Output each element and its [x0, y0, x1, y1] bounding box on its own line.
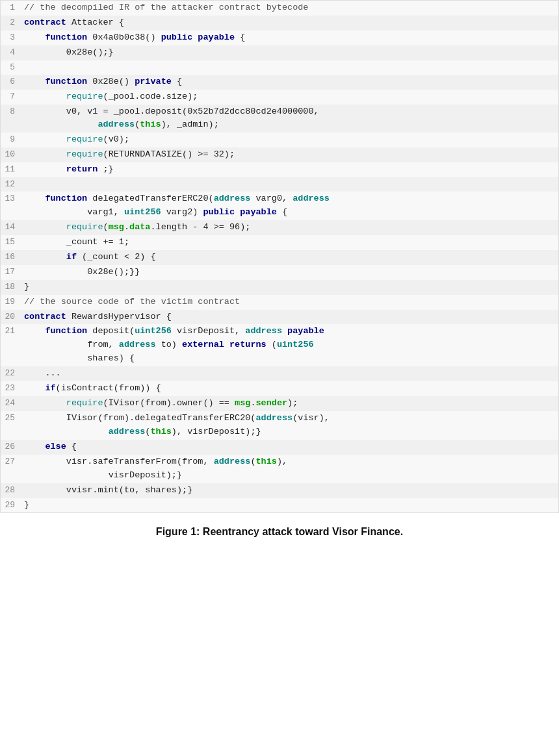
line-content: ...: [20, 366, 558, 381]
line-content: else {: [20, 440, 558, 455]
line-content: function delegatedTransferERC20(address …: [20, 192, 558, 220]
line-number: 2: [1, 16, 20, 29]
line-content: require(_pool.code.size);: [20, 90, 558, 105]
line-number: 8: [1, 105, 20, 118]
code-token: payable: [287, 326, 324, 336]
code-token: address: [292, 194, 330, 203]
line-number: 22: [1, 366, 20, 380]
line-number: 5: [1, 60, 20, 74]
code-token: public: [161, 32, 193, 42]
line-number: 12: [1, 177, 20, 191]
code-line: 10 require(RETURNDATASIZE() >= 32);: [1, 147, 558, 162]
line-content: 0x28e();}}: [20, 265, 558, 280]
code-line: 23 if(isContract(from)) {: [1, 381, 558, 396]
code-line: 9 require(v0);: [1, 132, 558, 147]
line-content: return ;}: [20, 162, 558, 177]
line-number: 19: [1, 295, 20, 309]
code-token: function: [45, 194, 87, 203]
line-content: if(isContract(from)) {: [20, 381, 558, 396]
code-token: address: [119, 340, 156, 349]
line-number: 18: [1, 280, 20, 294]
line-content: contract Attacker {: [20, 16, 558, 31]
line-number: 24: [1, 396, 20, 410]
code-token: uint256: [124, 207, 161, 217]
code-token: this: [255, 457, 276, 466]
code-token: uint256: [277, 340, 314, 349]
code-line: 21 function deposit(uint256 visrDeposit,…: [1, 324, 558, 366]
code-line: 27 visr.safeTransferFrom(from, address(t…: [1, 455, 558, 483]
code-token: this: [150, 427, 171, 436]
line-content: [20, 60, 558, 62]
code-token: // the decompiled IR of the attacker con…: [24, 3, 308, 12]
code-token: // the source code of the victim contrac…: [24, 297, 240, 307]
line-content: IVisor(from).delegatedTransferERC20(addr…: [20, 411, 558, 440]
code-token: data: [129, 222, 150, 232]
line-content: require(RETURNDATASIZE() >= 32);: [20, 147, 558, 162]
caption-text: Figure 1: Reentrancy attack toward Visor…: [156, 526, 403, 537]
code-line: 25 IVisor(from).delegatedTransferERC20(a…: [1, 411, 558, 440]
line-number: 29: [1, 498, 20, 512]
line-content: visr.safeTransferFrom(from, address(this…: [20, 455, 558, 483]
code-line: 24 require(IVisor(from).owner() == msg.s…: [1, 396, 558, 411]
line-content: function 0x28e() private {: [20, 75, 558, 90]
line-content: v0, v1 = _pool.deposit(0x52b7d2dcc80cd2e…: [20, 105, 558, 133]
code-token: address: [214, 457, 251, 466]
code-token: require: [66, 149, 103, 159]
line-number: 20: [1, 310, 20, 323]
line-content: 0x28e();}: [20, 45, 558, 60]
line-number: 21: [1, 324, 20, 338]
code-token: this: [140, 120, 161, 129]
line-number: 14: [1, 220, 20, 234]
code-line: 5: [1, 60, 558, 75]
code-line: 8 v0, v1 = _pool.deposit(0x52b7d2dcc80cd…: [1, 105, 558, 133]
code-line: 2contract Attacker {: [1, 16, 558, 31]
code-token: require: [66, 222, 103, 232]
code-token: contract: [24, 312, 66, 321]
line-content: if (_count < 2) {: [20, 250, 558, 265]
code-token: address: [98, 120, 135, 129]
code-token: function: [45, 77, 87, 86]
line-number: 27: [1, 455, 20, 468]
code-token: msg: [235, 398, 250, 408]
line-number: 17: [1, 265, 20, 279]
code-token: return: [66, 164, 98, 174]
code-line: 20contract RewardsHypervisor {: [1, 310, 558, 325]
line-content: }: [20, 280, 558, 295]
code-line: 15 _count += 1;: [1, 235, 558, 250]
code-line: 17 0x28e();}}: [1, 265, 558, 280]
line-content: function deposit(uint256 visrDeposit, ad…: [20, 324, 558, 366]
code-line: 4 0x28e();}: [1, 45, 558, 60]
line-content: require(msg.data.length - 4 >= 96);: [20, 220, 558, 235]
code-line: 6 function 0x28e() private {: [1, 75, 558, 90]
line-number: 4: [1, 45, 20, 59]
line-content: require(v0);: [20, 132, 558, 147]
line-content: function 0x4a0b0c38() public payable {: [20, 31, 558, 45]
code-token: address: [214, 194, 251, 203]
line-content: contract RewardsHypervisor {: [20, 310, 558, 325]
code-token: payable: [240, 207, 277, 217]
code-line: 7 require(_pool.code.size);: [1, 90, 558, 105]
code-line: 18}: [1, 280, 558, 295]
line-number: 6: [1, 75, 20, 88]
line-content: // the source code of the victim contrac…: [20, 295, 558, 310]
line-content: require(IVisor(from).owner() == msg.send…: [20, 396, 558, 411]
code-line: 12: [1, 177, 558, 192]
code-line: 14 require(msg.data.length - 4 >= 96);: [1, 220, 558, 235]
code-token: if: [45, 383, 55, 393]
code-line: 22 ...: [1, 366, 558, 381]
code-line: 13 function delegatedTransferERC20(addre…: [1, 192, 558, 220]
code-token: payable: [198, 32, 235, 42]
code-token: uint256: [135, 326, 172, 336]
line-number: 26: [1, 440, 20, 453]
code-token: address: [255, 413, 292, 423]
line-content: vvisr.mint(to, shares);}: [20, 483, 558, 498]
code-line: 11 return ;}: [1, 162, 558, 177]
code-token: address: [245, 326, 282, 336]
code-token: sender: [256, 398, 288, 408]
code-line: 16 if (_count < 2) {: [1, 250, 558, 265]
line-number: 10: [1, 147, 20, 161]
code-token: if: [66, 252, 77, 262]
code-line: 28 vvisr.mint(to, shares);}: [1, 483, 558, 498]
code-token: require: [66, 92, 103, 101]
line-number: 15: [1, 235, 20, 249]
